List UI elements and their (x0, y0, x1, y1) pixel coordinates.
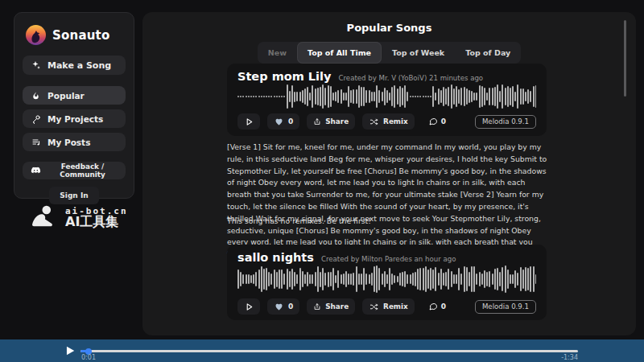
waveform-bar (445, 88, 447, 105)
waveform-bar (476, 274, 477, 285)
waveform-bar (281, 269, 283, 290)
seek-bar[interactable] (80, 350, 578, 352)
waveform-bar (425, 266, 427, 292)
waveform-bar (522, 88, 524, 105)
waveform-bar (268, 96, 270, 97)
sidebar-item-popular[interactable]: Popular (23, 86, 126, 105)
tab-bar: New Top of All Time Top of Week Top of D… (258, 42, 521, 64)
waveform-bar (402, 88, 403, 106)
waveform-bar (270, 96, 272, 97)
sign-in-button[interactable]: Sign In (49, 187, 99, 204)
waveform-bar (530, 266, 531, 291)
comments-button[interactable]: 0 (422, 298, 452, 315)
sidebar: Sonauto Make a Song Popular My Projects … (14, 12, 134, 199)
waveform-bar (520, 267, 522, 291)
waveform-bar (443, 87, 444, 106)
play-button[interactable] (237, 113, 260, 130)
player-play-button[interactable] (64, 345, 76, 356)
waveform-bar (486, 272, 488, 286)
waveform-bar (499, 272, 501, 286)
scrollbar-thumb[interactable] (624, 20, 626, 97)
waveform-bar (345, 271, 347, 287)
remix-button[interactable]: Remix (362, 113, 415, 130)
waveform-bar (514, 270, 516, 288)
waveform-bar (289, 91, 291, 102)
waveform-bar (374, 92, 375, 101)
remaining-time: -1:34 (554, 354, 578, 361)
waveform-bar (427, 96, 429, 98)
waveform-bar (494, 269, 496, 289)
waveform-bar (402, 272, 403, 286)
waveform-bar (250, 96, 252, 97)
waveform-bar (348, 86, 349, 106)
song-card-header: sallo nights Created by Milton Paredes a… (237, 251, 536, 264)
waveform-bar (460, 88, 462, 105)
waveform-bar (479, 272, 481, 287)
waveform-bar (456, 86, 457, 107)
waveform-bar (378, 90, 380, 103)
feedback-community-label: Feedback / Community (47, 162, 118, 179)
comments-button[interactable]: 0 (422, 113, 452, 130)
heart-icon (274, 302, 284, 311)
tab-top-of-week[interactable]: Top of Week (382, 42, 455, 64)
waveform-bar (427, 269, 429, 288)
sidebar-item-label: My Projects (47, 114, 103, 124)
sidebar-item-my-posts[interactable]: My Posts (23, 133, 126, 151)
like-button[interactable]: 0 (267, 113, 299, 130)
waveform-bar (481, 86, 483, 108)
waveform-bar (473, 93, 475, 100)
tab-top-of-day[interactable]: Top of Day (455, 42, 521, 64)
waveform-bar (246, 274, 247, 283)
waveform-bar (533, 86, 535, 107)
waveform-bar (312, 85, 313, 108)
share-button[interactable]: Share (307, 113, 355, 130)
waveform-bar (460, 274, 462, 284)
waveform-bar (376, 85, 378, 108)
waveform-bar (253, 274, 254, 284)
waveform-bar (440, 90, 442, 103)
tab-top-of-all-time[interactable]: Top of All Time (297, 42, 382, 64)
waveform-bar (419, 268, 421, 290)
shuffle-icon (369, 302, 379, 311)
waveform-bar (510, 88, 511, 105)
waveform-bar (266, 96, 267, 97)
waveform-bar (438, 88, 440, 105)
waveform-bar (302, 90, 303, 102)
tab-new[interactable]: New (258, 42, 297, 64)
song-card-header: Step mom Lily Created by Mr. V (YoBoiV) … (237, 70, 536, 83)
waveform-bar (481, 274, 483, 285)
waveform-bar (328, 272, 329, 287)
waveform-bar (394, 275, 395, 282)
waveform-bar (343, 274, 345, 286)
waveform-bar (530, 91, 531, 101)
comment-icon (428, 302, 438, 311)
waveform-bar (391, 274, 393, 285)
waveform-bar (317, 266, 319, 292)
waveform[interactable] (237, 265, 536, 294)
waveform-bar (363, 268, 365, 290)
make-a-song-button[interactable]: Make a Song (23, 56, 126, 75)
sidebar-item-my-projects[interactable]: My Projects (23, 109, 126, 128)
waveform-bar (378, 268, 380, 291)
waveform-bar (384, 271, 386, 286)
waveform-bar (320, 272, 321, 287)
play-icon (245, 117, 254, 126)
waveform-bar (281, 96, 283, 97)
share-button[interactable]: Share (307, 298, 355, 315)
play-button[interactable] (237, 298, 260, 315)
waveform-bar (412, 273, 414, 286)
sign-in-label: Sign In (60, 191, 88, 200)
waveform-bar (299, 92, 301, 101)
waveform-bar (369, 90, 370, 103)
feedback-community-button[interactable]: Feedback / Community (23, 162, 126, 179)
like-button[interactable]: 0 (267, 298, 299, 315)
waveform-bar (337, 90, 339, 103)
waveform-bar (307, 87, 308, 107)
waveform-bar (525, 267, 526, 292)
waveform-bar (294, 92, 295, 102)
waveform[interactable] (237, 84, 536, 109)
like-count: 0 (288, 302, 293, 311)
song-actions: 0 Share Remix 0 Melodia 0.9.1 (237, 298, 536, 315)
remix-button[interactable]: Remix (362, 298, 415, 315)
waveform-bar (291, 269, 293, 290)
